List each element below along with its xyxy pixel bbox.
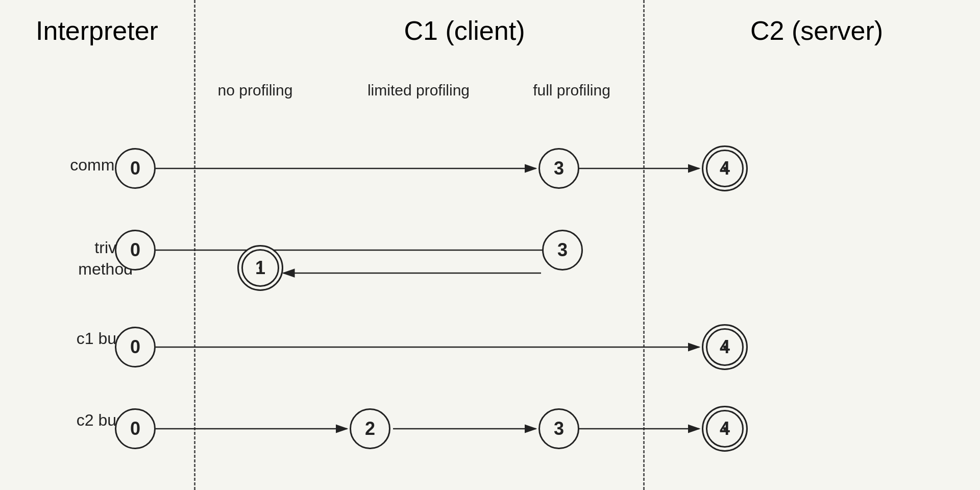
circle-common-0: 0 xyxy=(115,148,156,189)
row-trivial-label: trivialmethod xyxy=(15,237,133,280)
c2-header: C2 (server) xyxy=(674,15,960,46)
circle-c2busy-2: 2 xyxy=(350,408,390,449)
circle-c2busy-3: 3 xyxy=(538,408,579,449)
circle-c2busy-0: 0 xyxy=(115,408,156,449)
circle-common-3: 3 xyxy=(538,148,579,189)
dashed-line-right xyxy=(643,0,645,490)
diagram: Interpreter C1 (client) C2 (server) no p… xyxy=(0,0,980,490)
circle-trivial-3: 3 xyxy=(542,230,583,271)
circle-trivial-0: 0 xyxy=(115,230,156,271)
circle-common-4: 4 xyxy=(702,145,748,191)
circle-c1busy-4: 4 xyxy=(702,324,748,370)
interpreter-header: Interpreter xyxy=(15,15,179,46)
dashed-line-left xyxy=(194,0,195,490)
circle-c2busy-4: 4 xyxy=(702,406,748,452)
limited-profiling-label: limited profiling xyxy=(347,82,490,99)
circle-c1busy-0: 0 xyxy=(115,327,156,368)
full-profiling-label: full profiling xyxy=(516,82,628,99)
c1-header: C1 (client) xyxy=(296,15,633,46)
circle-trivial-1: 1 xyxy=(237,245,283,291)
no-profiling-label: no profiling xyxy=(204,82,306,99)
